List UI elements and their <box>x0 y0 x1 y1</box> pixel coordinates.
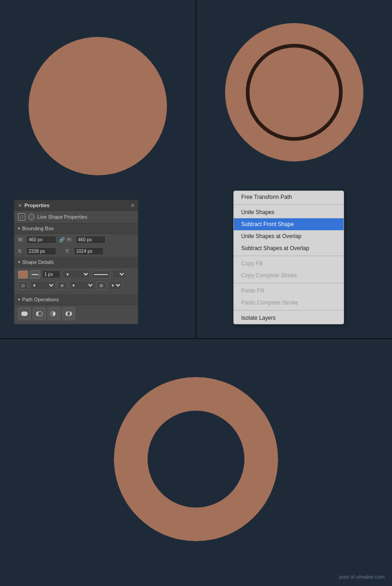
align-select-1[interactable]: ▾ <box>30 281 55 290</box>
donut-shape <box>113 376 279 542</box>
wh-row: W: 🔗 H: <box>14 234 138 245</box>
menu-separator-1 <box>234 204 344 205</box>
path-ops-label: Path Operations <box>22 297 59 302</box>
bounding-box-label: Bounding Box <box>22 226 54 231</box>
bounding-box-section[interactable]: ▾ Bounding Box <box>14 223 138 234</box>
y-label: Y: <box>65 249 72 254</box>
unite-icon <box>21 310 28 317</box>
align-icon-3[interactable]: ⊞ <box>96 281 107 290</box>
properties-panel: ✕ Properties ≡ □ Live Shape Properties ▾… <box>14 200 138 324</box>
menu-item-free-transform[interactable]: Free Transform Path <box>234 191 344 203</box>
align-icon-1[interactable]: ⊡ <box>18 281 28 290</box>
circle-ring <box>225 23 363 161</box>
path-op-unite[interactable] <box>18 307 31 320</box>
fill-stroke-row: ▾ ▾ <box>18 270 134 279</box>
props-titlebar: ✕ Properties ≡ <box>14 200 138 211</box>
path-operations-section[interactable]: ▾ Path Operations <box>14 294 138 305</box>
circle-solid <box>29 37 167 175</box>
shape-details-chevron: ▾ <box>18 260 20 264</box>
menu-item-subtract[interactable]: Subtract Front Shape <box>234 218 344 230</box>
menu-separator-2 <box>234 256 344 256</box>
w-input[interactable] <box>26 236 56 244</box>
svg-point-3 <box>38 311 42 316</box>
path-op-intersect[interactable] <box>48 307 60 320</box>
shape-details-body: ▾ ▾ ⊡ ▾ ⊕ ▾ <box>14 268 138 294</box>
exclude-icon <box>65 310 72 317</box>
stroke-end-select[interactable]: ▾ <box>112 270 126 279</box>
panel-right: Free Transform Path Unite Shapes Subtrac… <box>196 0 392 338</box>
x-input[interactable] <box>26 247 56 255</box>
live-shape-row: □ Live Shape Properties <box>14 211 138 223</box>
donut-svg <box>113 376 279 542</box>
fill-color-swatch[interactable] <box>18 270 28 279</box>
live-shape-label: Live Shape Properties <box>37 214 87 220</box>
stroke-width-input[interactable] <box>42 270 60 278</box>
panel-left: ✕ Properties ≡ □ Live Shape Properties ▾… <box>0 0 196 338</box>
menu-item-unite-overlap[interactable]: Unite Shapes at Overlap <box>234 230 344 242</box>
w-label: W: <box>18 237 24 242</box>
link-icon[interactable]: 🔗 <box>58 236 65 244</box>
menu-item-copy-stroke: Copy Complete Stroke <box>234 269 344 281</box>
menu-item-unite[interactable]: Unite Shapes <box>234 206 344 218</box>
bounding-box-chevron: ▾ <box>18 226 20 231</box>
xy-row: X: Y: <box>14 245 138 257</box>
menu-separator-3 <box>234 283 344 283</box>
path-ops-body <box>14 305 138 324</box>
shape-details-label: Shape Details <box>22 259 54 265</box>
circle-icon <box>28 214 35 220</box>
stroke-type-select[interactable]: ▾ <box>62 270 90 279</box>
path-ops-chevron: ▾ <box>18 297 20 302</box>
path-op-subtract[interactable] <box>33 307 46 320</box>
context-menu: Free Transform Path Unite Shapes Subtrac… <box>233 191 344 324</box>
align-select-3[interactable]: ▾ <box>108 281 122 290</box>
menu-item-isolate[interactable]: Isolate Layers <box>234 312 344 324</box>
menu-item-copy-fill: Copy Fill <box>234 257 344 269</box>
dash-swatch <box>92 270 110 279</box>
subtract-icon <box>36 310 43 317</box>
menu-separator-4 <box>234 310 344 311</box>
h-input[interactable] <box>76 236 106 244</box>
panel-menu-icon[interactable]: ≡ <box>131 202 134 209</box>
svg-point-1 <box>23 311 28 316</box>
intersect-icon <box>50 310 58 317</box>
stroke-icon[interactable] <box>30 270 40 279</box>
circle-ring-inner <box>246 44 343 141</box>
h-label: H: <box>67 237 74 242</box>
path-op-exclude[interactable] <box>62 307 75 320</box>
watermark: post of uimaker.com <box>339 574 385 580</box>
menu-item-paste-fill: Paste Fill <box>234 285 344 297</box>
panel-title: Properties <box>24 203 49 208</box>
x-label: X: <box>18 249 24 254</box>
y-input[interactable] <box>74 247 104 255</box>
align-icon-2[interactable]: ⊕ <box>57 281 67 290</box>
bottom-panel: post of uimaker.com <box>0 339 392 585</box>
close-button[interactable]: ✕ <box>18 203 23 208</box>
shape-details-section[interactable]: ▾ Shape Details <box>14 257 138 268</box>
menu-item-paste-stroke: Paste Complete Stroke <box>234 297 344 309</box>
svg-point-13 <box>114 377 278 541</box>
align-row: ⊡ ▾ ⊕ ▾ ⊞ ▾ <box>18 281 134 290</box>
menu-item-subtract-overlap[interactable]: Subtract Shapes at Overlap <box>234 242 344 254</box>
align-select-2[interactable]: ▾ <box>69 281 95 290</box>
shape-icon: □ <box>18 213 25 221</box>
